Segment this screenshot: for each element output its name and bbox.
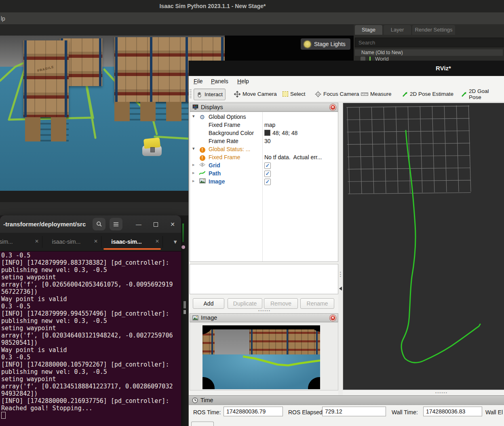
rviz-titlebar[interactable]: RViz* [189,61,504,76]
enabled-checkbox[interactable]: ✓ [264,179,271,185]
stage-tab-render-settings[interactable]: Render Settings [412,25,455,35]
stage-lights-label: Stage Lights [314,41,346,47]
rviz-menubar: FilePanelsHelp [189,76,504,87]
tab-close-icon[interactable]: ✕ [35,238,39,244]
row-value[interactable]: 30 [264,138,271,144]
terminal-tab-0[interactable]: sim...✕ [0,233,42,251]
terminal-tab-1[interactable]: isaac-sim...✕ [43,233,101,251]
row-label: Grid [209,162,220,169]
rviz-menu-panels[interactable]: Panels [211,76,228,87]
toolbar-2d-pose-estimate-button[interactable]: 2D Pose Estimate [400,89,456,99]
displays-row-global-options[interactable]: ▾⚙Global Options [190,113,338,121]
expander-icon[interactable]: ▾ [192,146,195,151]
remove-button[interactable]: Remove [264,298,298,309]
time-field-input[interactable] [322,407,386,416]
menu-help-partial[interactable]: lp [1,13,5,25]
light-bulb-icon [304,41,311,48]
time-panel-header[interactable]: Time [189,395,504,405]
path-display-line [401,131,480,363]
path-icon [199,170,206,177]
drag-handle[interactable]: •••••• [435,391,448,395]
expander-icon[interactable]: ▸ [192,178,195,183]
row-value[interactable]: 48; 48; 48 [264,130,297,136]
image-panel-icon [192,315,198,321]
stage-search-input[interactable] [355,38,504,47]
row-label: Fixed Frame [209,122,240,128]
drag-handle[interactable]: •••••• [258,309,271,313]
pose-arrow-icon [402,91,408,97]
viewport-black-region: Stage Lights [225,36,356,61]
time-field-input[interactable] [423,407,482,416]
toolbar-measure-button[interactable]: Measure [358,89,394,99]
image-panel-header[interactable]: Image ✕ [190,313,338,322]
rviz-window: RViz* FilePanelsHelp InteractMove Camera… [188,61,504,426]
time-field-input[interactable] [224,407,283,416]
displays-row-path[interactable]: ▸Path✓ [190,170,338,178]
search-button[interactable] [93,218,105,230]
add-button[interactable]: Add [193,298,224,309]
panel-splitter[interactable]: ••• [338,103,343,402]
tab-close-icon[interactable]: ✕ [94,238,98,244]
close-icon[interactable]: ✕ [330,104,336,110]
color-swatch [264,130,270,136]
toolbar-grip[interactable] [190,89,192,99]
terminal-titlebar[interactable]: -transformer/deployment/src — ✕ [0,215,181,233]
expander-icon[interactable]: ▸ [192,162,195,167]
duplicate-button[interactable]: Duplicate [228,298,262,309]
row-value[interactable]: No tf data. Actual err... [264,154,322,160]
maximize-button[interactable] [150,218,162,230]
rack-left: FRAGILE [23,40,69,117]
displays-row-grid[interactable]: ▸Grid✓ [190,162,338,170]
displays-row-background-color[interactable]: Background Color48; 48; 48 [190,129,338,137]
close-icon[interactable]: ✕ [330,315,336,321]
terminal-tab-2[interactable]: isaac-sim...✕ [102,233,162,251]
gear-icon: ⚙ [199,114,206,120]
rviz-menu-file[interactable]: File [194,76,203,87]
terminal-output[interactable]: 0.3 -0.5 [INFO] [1742879999.883738382] [… [0,251,181,426]
enabled-checkbox[interactable]: ✓ [264,171,271,177]
displays-panel-header[interactable]: Displays ✕ [190,103,338,112]
displays-row-global-status[interactable]: ▾!Global Status: ... [190,146,338,154]
menu-button[interactable] [110,218,122,230]
stage-lights-button[interactable]: Stage Lights [301,38,350,50]
row-value[interactable]: map [264,122,275,128]
stage-name-column-header: Name (Old to New) [355,49,503,56]
chevron-down-icon[interactable]: ▼ [173,233,178,251]
row-label: Frame Rate [209,138,238,144]
displays-row-fixed-frame[interactable]: !Fixed FrameNo tf data. Actual err... [190,154,338,162]
toolbar-move-camera-button[interactable]: Move Camera [232,89,279,99]
stage-row-world[interactable]: World [355,57,503,61]
toolbar-select-button[interactable]: Select [280,89,308,99]
stage-tab-layer[interactable]: Layer [384,25,411,35]
background-dot [181,245,185,249]
visibility-bar-icon [369,57,371,61]
tab-separator [162,236,163,248]
toolbar-2d-goal-pose-button[interactable]: 2D Goal Pose [459,89,504,99]
minimize-button[interactable]: — [133,218,145,230]
pose-arrow-icon [461,91,467,97]
tab-separator [101,236,101,248]
rviz-menu-help[interactable]: Help [237,76,249,87]
close-button[interactable]: ✕ [167,218,179,230]
active-tab-underline [103,248,161,250]
clock-icon [192,397,198,403]
toolbar-interact-button[interactable]: Interact [194,89,226,100]
displays-row-image[interactable]: ▸Image✓ [190,178,338,186]
enabled-checkbox[interactable]: ✓ [264,162,271,169]
image-panel-body [190,322,338,390]
fragile-box-label: FRAGILE [37,65,55,73]
toolbar-focus-camera-button[interactable]: Focus Camera [312,89,362,99]
expander-icon[interactable]: ▸ [192,170,195,175]
displays-row-fixed-frame[interactable]: Fixed Framemap [190,121,338,129]
collapse-arrow-icon[interactable] [339,287,342,291]
tab-close-icon[interactable]: ✕ [155,238,159,244]
prim-icon [361,57,365,61]
rename-button[interactable]: Rename [300,298,334,309]
rviz-3d-view[interactable] [343,103,504,390]
expander-icon[interactable]: ▾ [192,114,195,119]
stage-tab-stage[interactable]: Stage [355,25,382,35]
viewport-lower-strip2 [0,202,188,215]
displays-row-frame-rate[interactable]: Frame Rate30 [190,137,338,146]
warehouse-robot[interactable] [142,138,162,156]
reset-button-partial[interactable] [191,422,214,426]
